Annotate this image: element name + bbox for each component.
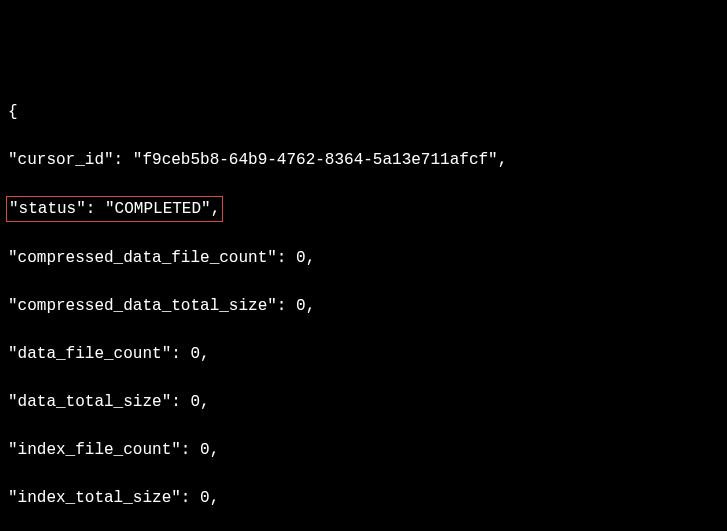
data-file-count-field: "data_file_count": 0,	[8, 342, 719, 366]
data-total-size-field: "data_total_size": 0,	[8, 390, 719, 414]
status-highlight: "status": "COMPLETED",	[6, 196, 223, 222]
compressed-data-total-size-field: "compressed_data_total_size": 0,	[8, 294, 719, 318]
compressed-data-file-count-field: "compressed_data_file_count": 0,	[8, 246, 719, 270]
status-field: "status": "COMPLETED",	[8, 196, 719, 222]
json-open-brace: {	[8, 100, 719, 124]
index-file-count-field: "index_file_count": 0,	[8, 438, 719, 462]
cursor-id-field: "cursor_id": "f9ceb5b8-64b9-4762-8364-5a…	[8, 148, 719, 172]
index-total-size-field: "index_total_size": 0,	[8, 486, 719, 510]
